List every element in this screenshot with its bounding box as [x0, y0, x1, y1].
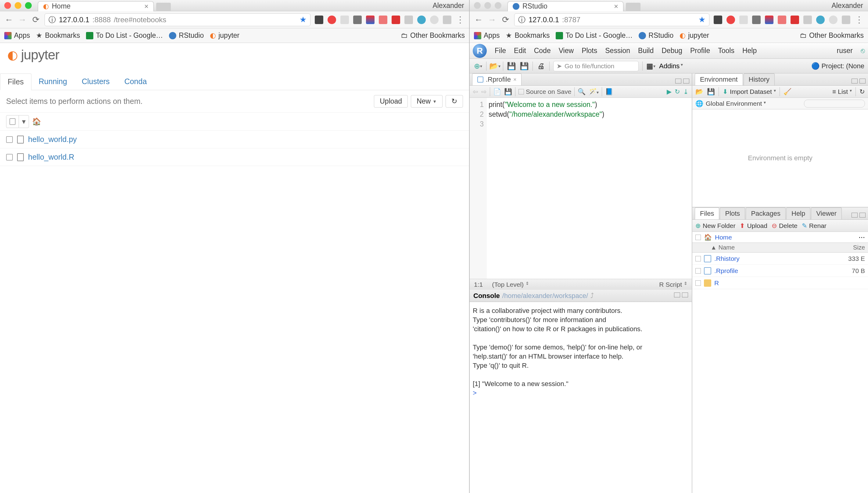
- code-editor[interactable]: 123 print("Welcome to a new session.") s…: [470, 98, 692, 279]
- breadcrumb-home[interactable]: Home: [715, 234, 732, 241]
- bookmark-apps[interactable]: Apps: [474, 31, 500, 40]
- tab-running[interactable]: Running: [32, 73, 75, 90]
- menu-help[interactable]: Help: [742, 47, 757, 55]
- tab-clusters[interactable]: Clusters: [75, 73, 117, 90]
- save-icon[interactable]: 💾: [507, 62, 516, 71]
- print-icon[interactable]: 🖨: [537, 62, 546, 71]
- maximize-window-icon[interactable]: [495, 2, 501, 9]
- ext-icon[interactable]: [391, 16, 400, 24]
- source-on-save-checkbox[interactable]: Source on Save: [519, 88, 571, 95]
- new-tab-button[interactable]: [626, 3, 641, 11]
- import-dataset-button[interactable]: ⬇Import Dataset▾: [723, 88, 776, 95]
- tab-close-icon[interactable]: ×: [614, 2, 618, 10]
- maximize-pane-icon[interactable]: [860, 213, 866, 218]
- jupyter-logo[interactable]: ◐ jupyter: [7, 47, 462, 62]
- maximize-pane-icon[interactable]: [682, 293, 688, 297]
- chrome-menu-icon[interactable]: ⋮: [456, 15, 465, 24]
- save-icon[interactable]: 💾: [504, 88, 512, 95]
- bookmark-star-icon[interactable]: ★: [300, 15, 306, 24]
- forward-button[interactable]: →: [487, 15, 497, 24]
- close-window-icon[interactable]: [4, 2, 11, 9]
- refresh-button[interactable]: ↻: [446, 95, 463, 108]
- show-icon[interactable]: 📄: [493, 88, 501, 95]
- ext-icon[interactable]: [379, 16, 387, 24]
- maximize-pane-icon[interactable]: [860, 79, 866, 84]
- source-icon[interactable]: ⤓: [683, 88, 689, 95]
- ext-icon[interactable]: [340, 16, 349, 24]
- tab-conda[interactable]: Conda: [117, 73, 154, 90]
- reload-button[interactable]: ⟳: [501, 15, 510, 24]
- file-row[interactable]: .Rprofile 70 B: [692, 265, 868, 277]
- ext-icon[interactable]: [765, 16, 773, 24]
- file-checkbox[interactable]: [6, 154, 13, 160]
- code-area[interactable]: print("Welcome to a new session.") setwd…: [487, 98, 692, 279]
- addins-menu[interactable]: Addins▾: [659, 62, 683, 70]
- refresh-icon[interactable]: ↻: [860, 88, 865, 95]
- new-tab-button[interactable]: [156, 3, 171, 11]
- new-button[interactable]: New▼: [411, 95, 443, 108]
- menu-file[interactable]: File: [495, 47, 506, 55]
- find-icon[interactable]: 🔍: [578, 88, 586, 95]
- file-row[interactable]: R: [692, 277, 868, 289]
- project-label[interactable]: 🔵Project: (None: [811, 62, 864, 70]
- bookmark-bookmarks[interactable]: ★Bookmarks: [36, 31, 80, 40]
- maximize-pane-icon[interactable]: [683, 79, 689, 84]
- scope-selector[interactable]: (Top Level)⇕: [492, 281, 529, 288]
- minimize-window-icon[interactable]: [484, 2, 491, 9]
- tab-files[interactable]: Files: [695, 208, 719, 219]
- reload-button[interactable]: ⟳: [31, 15, 40, 24]
- bookmark-rstudio[interactable]: RStudio: [639, 31, 673, 40]
- bookmark-jupyter[interactable]: ◐jupyter: [210, 31, 239, 40]
- console-output[interactable]: R is a collaborative project with many c…: [470, 302, 692, 493]
- browser-tab-home[interactable]: ◐ Home ×: [38, 1, 154, 11]
- select-all-checkbox[interactable]: [695, 235, 701, 240]
- menu-debug[interactable]: Debug: [662, 47, 682, 55]
- back-button[interactable]: ←: [4, 15, 14, 24]
- env-search-input[interactable]: [804, 100, 865, 108]
- bookmark-todo[interactable]: To Do List - Google…: [86, 31, 163, 40]
- maximize-window-icon[interactable]: [25, 2, 32, 9]
- bookmark-rstudio[interactable]: RStudio: [169, 31, 204, 40]
- chevron-down-icon[interactable]: ▾: [19, 115, 29, 128]
- menu-profile[interactable]: Profile: [690, 47, 710, 55]
- address-field[interactable]: ⓘ 127.0.0.1:8888/tree#notebooks ★: [44, 14, 310, 26]
- pop-out-icon[interactable]: ⤴: [590, 292, 594, 300]
- new-doc-icon[interactable]: ⊕▾: [473, 62, 483, 71]
- ext-icon[interactable]: [739, 16, 748, 24]
- menu-build[interactable]: Build: [638, 47, 653, 55]
- file-name[interactable]: hello_world.py: [28, 135, 77, 144]
- env-scope-selector[interactable]: Global Environment▾: [706, 100, 766, 107]
- save-icon[interactable]: 💾: [707, 88, 715, 95]
- logout-icon[interactable]: ⎋: [861, 47, 865, 55]
- menu-code[interactable]: Code: [534, 47, 551, 55]
- upload-button[interactable]: Upload: [374, 95, 408, 108]
- ext-icon[interactable]: [404, 16, 413, 24]
- nav-forward-icon[interactable]: ⇨: [481, 88, 487, 95]
- home-icon[interactable]: 🏠: [32, 117, 41, 126]
- ext-icon[interactable]: [790, 16, 799, 24]
- ext-icon[interactable]: [353, 16, 362, 24]
- minimize-pane-icon[interactable]: [674, 293, 680, 297]
- ext-icon[interactable]: [816, 16, 825, 24]
- close-tab-icon[interactable]: ×: [513, 77, 517, 83]
- file-checkbox[interactable]: [6, 136, 13, 143]
- back-button[interactable]: ←: [474, 15, 483, 24]
- file-checkbox[interactable]: [695, 280, 701, 286]
- ext-icon[interactable]: [315, 16, 323, 24]
- wand-icon[interactable]: 🪄▾: [589, 88, 599, 95]
- tab-help[interactable]: Help: [786, 208, 810, 219]
- view-mode-button[interactable]: ≡List▾: [832, 88, 852, 95]
- ext-icon[interactable]: [726, 16, 735, 24]
- nav-back-icon[interactable]: ⇦: [473, 88, 478, 95]
- menu-edit[interactable]: Edit: [514, 47, 526, 55]
- ext-icon[interactable]: [443, 16, 451, 24]
- compile-icon[interactable]: 📘: [605, 88, 613, 95]
- select-all-checkbox[interactable]: [9, 118, 16, 125]
- ext-icon[interactable]: [430, 16, 439, 24]
- goto-file-function-input[interactable]: ➤Go to file/function: [553, 61, 639, 71]
- bookmark-jupyter[interactable]: ◐jupyter: [680, 31, 709, 40]
- bookmark-other[interactable]: 🗀Other Bookmarks: [800, 31, 864, 40]
- upload-button[interactable]: ⬆Upload: [740, 222, 767, 230]
- ext-icon[interactable]: [842, 16, 850, 24]
- file-type-selector[interactable]: R Script⇕: [659, 281, 687, 288]
